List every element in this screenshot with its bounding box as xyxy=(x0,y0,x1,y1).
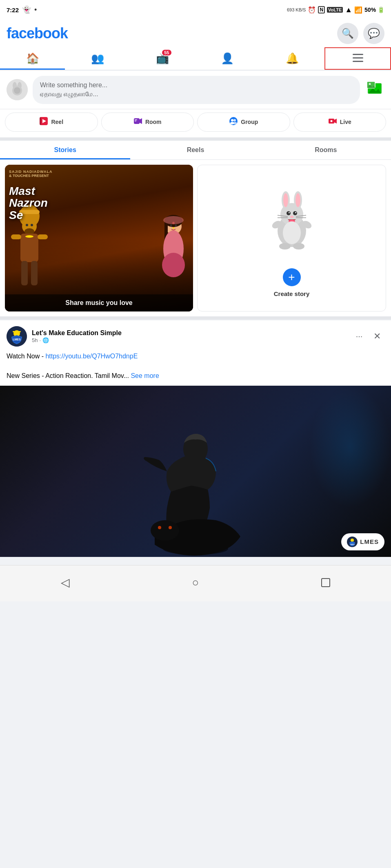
back-button[interactable]: ◁ xyxy=(55,572,76,593)
svg-point-80 xyxy=(158,526,161,529)
story-film-poster: SAJID NADIADWALA & TOUCHES PRESENT xyxy=(5,165,193,311)
tab-stories[interactable]: Stories xyxy=(0,141,130,159)
nav-profile[interactable]: 👤 xyxy=(195,47,260,70)
svg-point-81 xyxy=(169,526,172,529)
svg-rect-21 xyxy=(135,121,136,121)
post-actions: ··· ✕ xyxy=(352,329,384,344)
svg-point-59 xyxy=(293,211,297,215)
watch-now-text: Watch Now - xyxy=(7,353,45,360)
bottom-navigation: ◁ ○ xyxy=(0,565,391,601)
stories-tabs: Stories Reels Rooms xyxy=(0,141,391,160)
film-title: MastNazronSe xyxy=(9,185,48,221)
photo-icon xyxy=(367,81,382,99)
hero-silhouette xyxy=(0,386,391,557)
snapchat-icon: 👻 xyxy=(22,5,31,14)
user-avatar xyxy=(7,79,28,100)
group-label: Group xyxy=(241,119,258,125)
svg-rect-20 xyxy=(135,119,137,120)
svg-text:LMES: LMES xyxy=(350,543,355,546)
post-meta: Let's Make Education Simple 5h · 🌐 xyxy=(32,329,347,343)
reel-label: Reel xyxy=(51,119,63,125)
film-producers: SAJID NADIADWALA xyxy=(9,170,189,174)
room-label: Room xyxy=(145,119,162,125)
status-time: 7:22 xyxy=(7,7,19,13)
svg-point-57 xyxy=(295,193,300,207)
post-author-avatar[interactable]: LMES xyxy=(7,326,27,347)
post-menu-button[interactable]: ··· xyxy=(352,329,367,344)
nav-notifications[interactable]: 🔔 xyxy=(260,47,324,70)
svg-point-79 xyxy=(151,520,179,541)
svg-point-58 xyxy=(287,211,291,215)
film-presents: & TOUCHES PRESENT xyxy=(9,174,189,178)
svg-point-60 xyxy=(289,212,290,213)
svg-point-61 xyxy=(295,212,296,213)
svg-rect-39 xyxy=(21,261,28,285)
nav-home[interactable]: 🏠 xyxy=(0,47,65,70)
svg-marker-19 xyxy=(140,118,142,124)
post-content: Watch Now - https://youtu.be/Q7HwO7hdnpE… xyxy=(0,350,391,386)
female-character xyxy=(156,212,191,287)
svg-point-72 xyxy=(293,243,304,250)
reel-icon xyxy=(39,117,48,128)
story-card-music[interactable]: SAJID NADIADWALA & TOUCHES PRESENT xyxy=(5,165,193,311)
reel-button[interactable]: Reel xyxy=(5,113,98,132)
svg-rect-2 xyxy=(353,61,363,62)
post-link[interactable]: https://youtu.be/Q7HwO7hdnpE xyxy=(45,353,138,360)
add-photo-button[interactable] xyxy=(365,80,384,99)
svg-rect-17 xyxy=(40,117,41,125)
post-author-name: Let's Make Education Simple xyxy=(32,329,347,337)
story-card-create[interactable]: + Create story xyxy=(197,165,386,311)
nav-friends[interactable]: 👥 xyxy=(65,47,130,70)
recent-apps-button[interactable] xyxy=(315,572,336,593)
svg-point-71 xyxy=(279,243,291,250)
see-more-button[interactable]: See more xyxy=(131,372,159,379)
friends-icon: 👥 xyxy=(91,52,104,65)
group-button[interactable]: Group xyxy=(197,113,290,132)
post-input-field[interactable]: Write something here... ஏதாவது எழுதலாமே.… xyxy=(33,76,360,104)
svg-marker-28 xyxy=(334,119,337,124)
live-icon xyxy=(328,117,337,128)
story-text: Share music you love xyxy=(5,294,193,311)
post-placeholder: Write something here... ஏதாவது எழுதலாமே.… xyxy=(40,82,107,97)
svg-point-13 xyxy=(369,83,371,85)
svg-rect-75 xyxy=(13,331,21,332)
post-time-line: 5h · 🌐 xyxy=(32,337,347,343)
room-icon xyxy=(133,117,142,128)
room-button[interactable]: Room xyxy=(101,113,194,132)
svg-point-45 xyxy=(170,224,172,226)
svg-rect-37 xyxy=(11,234,21,239)
live-button[interactable]: Live xyxy=(293,113,387,132)
svg-point-83 xyxy=(351,539,354,542)
tab-reels[interactable]: Reels xyxy=(130,141,260,159)
post-image[interactable]: LMES LMES xyxy=(0,386,391,557)
navigation-bar: 🏠 👥 📺 55 👤 🔔 xyxy=(0,47,391,70)
stories-tab-label: Stories xyxy=(54,146,76,153)
svg-rect-40 xyxy=(31,261,38,285)
messenger-button[interactable]: 💬 xyxy=(363,23,384,44)
post-header: LMES Let's Make Education Simple 5h · 🌐 … xyxy=(0,320,391,350)
privacy-icon: 🌐 xyxy=(42,337,49,343)
post-close-button[interactable]: ✕ xyxy=(370,329,384,344)
recent-apps-icon xyxy=(321,578,330,587)
svg-point-24 xyxy=(233,119,236,121)
svg-point-29 xyxy=(330,120,332,122)
svg-rect-36 xyxy=(20,234,38,262)
search-button[interactable]: 🔍 xyxy=(337,23,358,44)
wifi-icon: ▲ xyxy=(345,6,352,14)
nav-watch[interactable]: 📺 55 xyxy=(130,47,195,70)
svg-point-55 xyxy=(283,193,288,207)
stories-grid: SAJID NADIADWALA & TOUCHES PRESENT xyxy=(0,160,391,316)
post-creator: Write something here... ஏதாவது எழுதலாமே.… xyxy=(0,71,391,109)
create-story-plus-button[interactable]: + xyxy=(283,268,301,286)
section-divider-1 xyxy=(0,137,391,141)
tab-rooms[interactable]: Rooms xyxy=(261,141,391,159)
svg-point-50 xyxy=(172,222,175,224)
search-icon: 🔍 xyxy=(342,28,354,39)
data-speed: 693 KB/S xyxy=(287,7,306,12)
alarm-icon: ⏰ xyxy=(308,6,316,14)
home-icon: 🏠 xyxy=(26,52,39,65)
story-music-text: Share music you love xyxy=(9,299,189,307)
home-button[interactable]: ○ xyxy=(185,572,206,593)
watch-badge: 55 xyxy=(162,50,171,55)
nav-menu[interactable] xyxy=(324,47,391,70)
